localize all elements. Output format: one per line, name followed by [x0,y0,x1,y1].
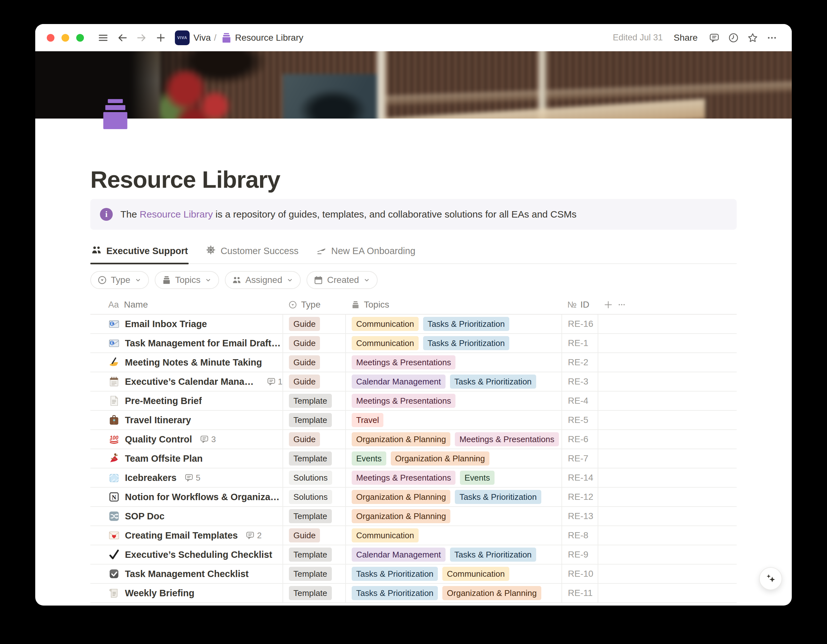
row-type-cell[interactable]: Template [282,449,345,468]
row-type-cell[interactable]: Guide [282,372,345,391]
page-link[interactable]: Email Inbox Triage [125,319,207,329]
page-link[interactable]: Quality Control [125,434,192,445]
row-id-cell[interactable]: RE-1 [562,334,598,352]
back-arrow-icon[interactable] [116,31,129,44]
history-clock-icon[interactable] [725,30,742,46]
filter-assigned[interactable]: Assigned [225,271,301,289]
row-type-cell[interactable]: Guide [282,430,345,449]
comment-count-badge[interactable]: 3 [200,435,215,444]
row-topics-cell[interactable]: Organization & Planning [345,507,562,525]
page-link[interactable]: Notion for Workflows & Organization [125,492,282,502]
row-topics-cell[interactable]: Tasks & PrioritizationOrganization & Pla… [345,584,562,602]
row-type-cell[interactable]: Guide [282,526,345,545]
filter-created[interactable]: Created [306,271,378,289]
minimize-window-icon[interactable] [61,34,69,42]
row-id-cell[interactable]: RE-4 [562,392,598,410]
row-id-cell[interactable]: RE-12 [562,488,598,506]
row-empty-cell [598,546,736,564]
page-link[interactable]: Icebreakers [125,473,176,483]
filter-topics[interactable]: Topics [155,271,219,289]
add-column-icon[interactable] [604,300,613,309]
column-header-topics[interactable]: Topics [345,300,562,310]
comments-icon[interactable] [706,30,722,46]
row-topics-cell[interactable]: Communication [345,526,562,545]
row-type-cell[interactable]: Template [282,411,345,429]
row-id-cell[interactable]: RE-5 [562,411,598,429]
zoom-window-icon[interactable] [76,34,84,42]
page-link[interactable]: Executive’s Calendar Management [125,377,259,387]
row-type-cell[interactable]: Template [282,564,345,583]
row-id-cell[interactable]: RE-11 [562,584,598,602]
row-topics-cell[interactable]: Organization & PlanningTasks & Prioritiz… [345,488,562,506]
row-topics-cell[interactable]: Organization & PlanningMeetings & Presen… [345,430,562,449]
page-link[interactable]: Meeting Notes & Minute Taking [125,357,262,368]
page-link[interactable]: Pre-Meeting Brief [125,396,202,406]
row-type-cell[interactable]: Template [282,392,345,410]
row-topics-cell[interactable]: Calendar ManagementTasks & Prioritizatio… [345,546,562,564]
row-topics-cell[interactable]: CommunicationTasks & Prioritization [345,315,562,333]
row-topics-cell[interactable]: CommunicationTasks & Prioritization [345,334,562,352]
comment-count-badge[interactable]: 5 [184,473,200,483]
page-link[interactable]: Weekly Briefing [125,588,194,599]
row-type-cell[interactable]: Solutions [282,488,345,506]
row-id-cell[interactable]: RE-10 [562,564,598,583]
column-header-name[interactable]: Aa Name [91,300,282,310]
type-tag: Template [289,586,332,600]
row-type-cell[interactable]: Template [282,507,345,525]
row-type-cell[interactable]: Guide [282,353,345,372]
tab-executive-support[interactable]: Executive Support [91,241,189,263]
row-type-cell[interactable]: Solutions [282,469,345,487]
row-id-cell[interactable]: RE-6 [562,430,598,449]
page-archive-icon[interactable] [99,98,131,137]
page-link[interactable]: Team Offsite Plan [125,453,203,464]
column-header-id[interactable]: № ID [562,300,598,310]
row-topics-cell[interactable]: Travel [345,411,562,429]
row-topics-cell[interactable]: Meetings & Presentations [345,392,562,410]
close-window-icon[interactable] [47,34,55,42]
tab-new-ea-onboarding[interactable]: New EA Onboarding [315,241,416,263]
row-topics-cell[interactable]: Calendar ManagementTasks & Prioritizatio… [345,372,562,391]
page-link[interactable]: Task Management for Email Drafting [125,338,282,349]
viva-workspace-logo[interactable]: VIVA [175,30,190,45]
row-type-cell[interactable]: Guide [282,334,345,352]
row-id-cell[interactable]: RE-13 [562,507,598,525]
table-row: EEmail Inbox TriageGuideCommunicationTas… [91,315,736,334]
comment-count-badge[interactable]: 1 [267,377,282,387]
table-options-icon[interactable] [617,300,626,309]
row-type-cell[interactable]: Template [282,546,345,564]
row-type-cell[interactable]: Guide [282,315,345,333]
row-id-cell[interactable]: RE-16 [562,315,598,333]
page-title[interactable]: Resource Library [91,165,736,194]
filter-type[interactable]: Type [91,271,149,289]
page-link[interactable]: Travel Itinerary [125,415,191,425]
row-id-cell[interactable]: RE-14 [562,469,598,487]
row-id-cell[interactable]: RE-9 [562,546,598,564]
row-id-cell[interactable]: RE-8 [562,526,598,545]
row-topics-cell[interactable]: EventsOrganization & Planning [345,449,562,468]
row-id-cell[interactable]: RE-3 [562,372,598,391]
row-topics-cell[interactable]: Meetings & Presentations [345,353,562,372]
more-options-icon[interactable] [764,30,780,46]
row-id-cell[interactable]: RE-7 [562,449,598,468]
page-link[interactable]: Creating Email Templates [125,530,238,541]
breadcrumb-page[interactable]: Resource Library [235,33,303,43]
new-page-icon[interactable] [154,31,167,44]
forward-arrow-icon[interactable] [135,31,148,44]
notion-ai-button[interactable] [759,567,782,590]
sidebar-menu-icon[interactable] [97,31,109,44]
row-topics-cell[interactable]: Meetings & PresentationsEvents [345,469,562,487]
share-button[interactable]: Share [674,33,697,43]
breadcrumb-workspace[interactable]: Viva [193,33,211,43]
tab-customer-success[interactable]: Customer Success [205,241,299,263]
row-topics-cell[interactable]: Tasks & PrioritizationCommunication [345,564,562,583]
page-cover-image[interactable] [35,51,792,119]
row-id-cell[interactable]: RE-2 [562,353,598,372]
favorite-star-icon[interactable] [744,30,761,46]
page-link[interactable]: SOP Doc [125,511,165,522]
row-type-cell[interactable]: Template [282,584,345,602]
page-link[interactable]: Executive’s Scheduling Checklist [125,549,272,560]
comment-count-badge[interactable]: 2 [245,531,261,541]
resource-library-link[interactable]: Resource Library [140,209,213,219]
page-link[interactable]: Task Management Checklist [125,569,248,579]
column-header-type[interactable]: Type [282,300,345,310]
